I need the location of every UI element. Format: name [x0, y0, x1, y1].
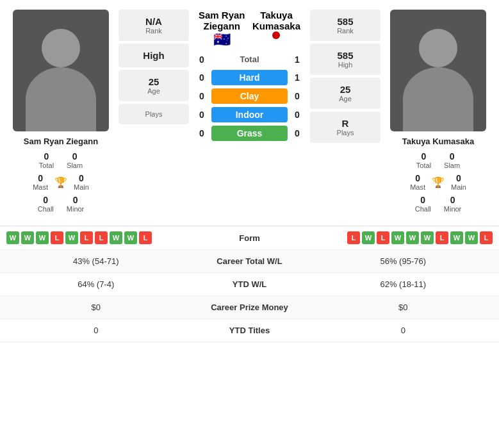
- form-label: Form: [211, 233, 288, 243]
- player1-flag: 🇦🇺: [213, 31, 231, 48]
- prize-label: Career Prize Money: [186, 303, 314, 312]
- ytd-wl-label: YTD W/L: [186, 279, 314, 289]
- player2-avatar: [390, 10, 486, 131]
- player2-minor: 0 Minor: [444, 195, 462, 213]
- p2-form-4: W: [391, 231, 404, 244]
- player2-flag-dot: [272, 31, 280, 39]
- player1-main: 0 Main: [74, 173, 89, 191]
- player1-stats-row1: 0 Total 0 Slam: [39, 151, 83, 169]
- player2-prize: $0: [314, 303, 493, 312]
- p2-form-3: L: [377, 231, 389, 244]
- player2-career-wl: 56% (95-76): [314, 256, 493, 266]
- p2-form-5: W: [406, 231, 419, 244]
- titles-label: YTD Titles: [186, 326, 314, 335]
- p1-form-9: W: [124, 231, 137, 244]
- p2-form-8: W: [450, 231, 463, 244]
- player2-stats-row3: 0 Chall 0 Minor: [415, 195, 462, 213]
- player1-trophy-icon: 🏆: [54, 176, 67, 188]
- p1-form-1: W: [6, 231, 19, 244]
- p1-form-8: W: [110, 231, 122, 244]
- player1-age-cell: 25 Age: [119, 70, 189, 101]
- p2-form-1: L: [347, 231, 360, 244]
- player2-name: Takuya Kumasaka: [402, 137, 475, 146]
- titles-row: 0 YTD Titles 0: [0, 319, 499, 342]
- p1-form-2: W: [21, 231, 34, 244]
- player2-mast: 0 Mast: [410, 173, 425, 191]
- avatar-head: [42, 29, 80, 67]
- player2-card: Takuya Kumasaka 0 Total 0 Slam 0 Mast 🏆: [384, 10, 493, 213]
- player2-stats-row1: 0 Total 0 Slam: [416, 151, 460, 169]
- ytd-wl-row: 64% (7-4) YTD W/L 62% (18-11): [0, 273, 499, 296]
- main-container: Sam Ryan Ziegann 0 Total 0 Slam 0 Mast 🏆: [0, 0, 499, 342]
- player1-stats-row3: 0 Chall 0 Minor: [38, 195, 85, 213]
- total-row: 0 Total 1: [192, 52, 307, 67]
- player2-ytd-wl: 62% (18-11): [314, 279, 493, 289]
- player1-name-header: Sam Ryan Ziegann 🇦🇺: [199, 10, 245, 48]
- p1-form-3: W: [36, 231, 49, 244]
- p2-form-7: L: [436, 231, 448, 244]
- p2-form-9: W: [465, 231, 478, 244]
- clay-row: 0 Clay 0: [192, 88, 307, 104]
- player2-slam: 0 Slam: [444, 151, 460, 169]
- p2-form-10: L: [480, 231, 493, 244]
- player1-card: Sam Ryan Ziegann 0 Total 0 Slam 0 Mast 🏆: [6, 10, 115, 213]
- avatar2-head: [419, 29, 457, 67]
- p1-form-4: L: [51, 231, 63, 244]
- p2-form-2: W: [362, 231, 375, 244]
- indoor-row: 0 Indoor 0: [192, 107, 307, 122]
- player2-stats-row2: 0 Mast 🏆 0 Main: [410, 173, 466, 191]
- career-wl-row: 43% (54-71) Career Total W/L 56% (95-76): [0, 250, 499, 273]
- middle-section: N/A Rank High 25 Age Plays: [119, 10, 380, 213]
- grass-row: 0 Grass 0: [192, 126, 307, 141]
- center-stats: Sam Ryan Ziegann 🇦🇺 Takuya Kumasaka 0: [192, 10, 307, 144]
- avatar2-body: [403, 67, 473, 131]
- player1-form-badges: W W W L W L L W W L: [6, 231, 211, 244]
- player1-info-box: N/A Rank High 25 Age Plays: [119, 10, 189, 127]
- player1-name: Sam Ryan Ziegann: [24, 137, 98, 146]
- player2-info-box: 585 Rank 585 High 25 Age R Plays: [310, 10, 380, 145]
- player1-slam: 0 Slam: [67, 151, 83, 169]
- prize-row: $0 Career Prize Money $0: [0, 296, 499, 319]
- player1-plays-cell: Plays: [119, 104, 189, 124]
- p1-form-5: W: [65, 231, 78, 244]
- top-section: Sam Ryan Ziegann 0 Total 0 Slam 0 Mast 🏆: [0, 0, 499, 219]
- player1-high-cell: High: [119, 44, 189, 67]
- player1-prize: $0: [6, 303, 186, 312]
- player1-mast: 0 Mast: [33, 173, 48, 191]
- avatar-body: [26, 67, 96, 131]
- player1-career-wl: 43% (54-71): [6, 256, 186, 266]
- player1-titles: 0: [6, 326, 186, 335]
- player2-chall: 0 Chall: [415, 195, 431, 213]
- player1-total: 0 Total: [39, 151, 54, 169]
- player2-total: 0 Total: [416, 151, 431, 169]
- player2-high-cell: 585 High: [310, 44, 380, 75]
- player1-stats-row2: 0 Mast 🏆 0 Main: [33, 173, 89, 191]
- player1-chall: 0 Chall: [38, 195, 54, 213]
- player1-ytd-wl: 64% (7-4): [6, 279, 186, 289]
- player2-main: 0 Main: [451, 173, 466, 191]
- p1-form-10: L: [139, 231, 152, 244]
- player2-rank-cell: 585 Rank: [310, 10, 380, 41]
- player2-trophy-icon: 🏆: [432, 176, 445, 188]
- p1-form-7: L: [95, 231, 108, 244]
- hard-row: 0 Hard 1: [192, 70, 307, 85]
- bottom-section: W W W L W L L W W L Form L W L W W W L W: [0, 226, 499, 342]
- player2-plays-cell: R Plays: [310, 112, 380, 143]
- player1-avatar: [13, 10, 109, 131]
- player1-minor: 0 Minor: [67, 195, 85, 213]
- player2-form-badges: L W L W W W L W W L: [288, 231, 493, 244]
- p1-form-6: L: [80, 231, 93, 244]
- player2-name-header: Takuya Kumasaka: [252, 10, 300, 48]
- career-wl-label: Career Total W/L: [186, 256, 314, 266]
- player2-age-cell: 25 Age: [310, 78, 380, 109]
- form-row: W W W L W L L W W L Form L W L W W W L W: [0, 226, 499, 250]
- player2-titles: 0: [314, 326, 493, 335]
- p2-form-6: W: [421, 231, 434, 244]
- player1-rank-cell: N/A Rank: [119, 10, 189, 41]
